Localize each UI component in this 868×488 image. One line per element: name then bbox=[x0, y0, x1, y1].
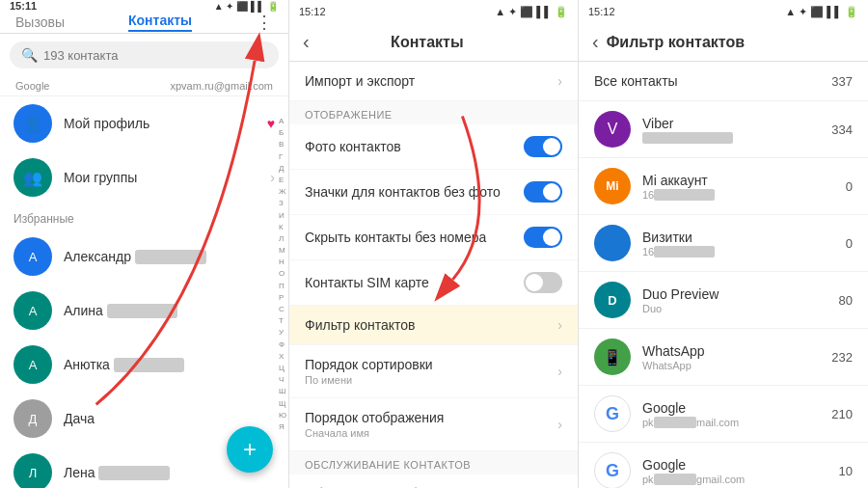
chevron-right-groups: › bbox=[270, 170, 275, 185]
duo-icon: D bbox=[594, 282, 631, 318]
google-sub-2: pk█k████gmail.com bbox=[642, 474, 745, 485]
my-profile-avatar: 👤 bbox=[14, 104, 52, 143]
panel2-title: Контакты bbox=[317, 34, 537, 51]
panel3-filter: 15:12 ▲ ✦ ⬛ ▌▌ 🔋 ‹ Фильтр контактов Все … bbox=[579, 0, 868, 488]
import-export-item[interactable]: Импорт и экспорт › bbox=[289, 62, 578, 101]
duo-sub: Duo bbox=[642, 303, 719, 314]
tab-calls[interactable]: Вызовы bbox=[15, 14, 65, 30]
filter-label: Фильтр контактов bbox=[305, 317, 416, 333]
contact-avatar-1: А bbox=[14, 237, 52, 276]
filter-whatsapp[interactable]: 📱 WhatsApp WhatsApp 232 bbox=[579, 329, 868, 386]
whatsapp-name: WhatsApp bbox=[642, 343, 705, 359]
account-row: Google xpvam.ru@gmail.com bbox=[0, 76, 288, 96]
contact-anyutka[interactable]: А Анютка ████████ bbox=[0, 338, 288, 392]
search-input[interactable] bbox=[43, 48, 267, 63]
filter-cards[interactable]: 👤 Визитки 16████████ 0 bbox=[579, 215, 868, 272]
back-icon-3[interactable]: ‹ bbox=[592, 31, 599, 53]
contact-alina[interactable]: А Алина ████████ bbox=[0, 284, 288, 338]
cards-sub: 16████████ bbox=[642, 246, 715, 258]
contact-avatar-4: Д bbox=[14, 399, 52, 438]
settings-list: Импорт и экспорт › ОТОБРАЖЕНИЕ Фото конт… bbox=[289, 62, 578, 488]
account-email: xpvam.ru@gmail.com bbox=[170, 80, 273, 92]
display-label: Порядок отображения bbox=[305, 410, 444, 425]
status-bar-3: 15:12 ▲ ✦ ⬛ ▌▌ 🔋 bbox=[579, 0, 868, 23]
status-bar-2: 15:12 ▲ ✦ ⬛ ▌▌ 🔋 bbox=[289, 0, 578, 23]
hide-label: Скрыть контакты без номера bbox=[305, 230, 486, 245]
whatsapp-sub: WhatsApp bbox=[642, 360, 705, 371]
my-groups-item[interactable]: 👥 Мои группы › bbox=[0, 150, 288, 204]
whatsapp-count: 232 bbox=[831, 350, 853, 365]
sim-label: Контакты SIM карте bbox=[305, 275, 429, 290]
viber-count: 334 bbox=[831, 122, 853, 137]
filter-google-2[interactable]: G Google pk█k████gmail.com 10 bbox=[579, 443, 868, 488]
chevron-sort: › bbox=[557, 364, 562, 379]
sort-item[interactable]: Порядок сортировки По имени › bbox=[289, 345, 578, 398]
photo-label: Фото контактов bbox=[305, 139, 401, 154]
whatsapp-icon: 📱 bbox=[594, 339, 631, 375]
tab-contacts[interactable]: Контакты bbox=[128, 13, 192, 32]
icons-toggle[interactable] bbox=[524, 181, 562, 203]
google-count-1: 210 bbox=[831, 407, 853, 421]
status-icons-2: ▲ ✦ ⬛ ▌▌ 🔋 bbox=[495, 6, 568, 18]
chevron-import: › bbox=[557, 73, 562, 89]
filter-viber[interactable]: V Viber ████████████ 334 bbox=[579, 101, 868, 158]
contact-name-3: Анютка ████████ bbox=[64, 357, 275, 372]
contact-avatar-2: А bbox=[14, 291, 52, 330]
my-profile-item[interactable]: 👤 Мой профиль ♥ bbox=[0, 96, 288, 150]
mi-sub: 16████████ bbox=[642, 189, 715, 201]
mi-count: 0 bbox=[846, 179, 853, 194]
my-profile-label: Мой профиль bbox=[64, 116, 256, 131]
more-icon[interactable]: ⋮ bbox=[256, 12, 273, 33]
contact-avatar-5: Л bbox=[14, 453, 52, 488]
sim-toggle[interactable] bbox=[524, 272, 562, 293]
sort-sub: По имени bbox=[305, 374, 433, 386]
filter-mi[interactable]: Mi Mi аккаунт 16████████ 0 bbox=[579, 158, 868, 215]
icons-label: Значки для контактов без фото bbox=[305, 184, 501, 200]
photo-toggle[interactable] bbox=[524, 136, 562, 157]
google-sub-1: pk█k████mail.com bbox=[642, 417, 739, 428]
hide-toggle[interactable] bbox=[524, 227, 562, 248]
section-service: ОБСЛУЖИВАНИЕ КОНТАКТОВ bbox=[289, 451, 578, 474]
my-groups-avatar: 👥 bbox=[14, 158, 52, 197]
mi-icon: Mi bbox=[594, 168, 631, 204]
panel3-title: Фильтр контактов bbox=[607, 34, 854, 51]
chevron-display: › bbox=[557, 417, 562, 432]
status-bar-1: 15:11 ▲ ✦ ⬛ ▌▌ 🔋 bbox=[0, 0, 288, 12]
cards-icon: 👤 bbox=[594, 225, 631, 261]
time-2: 15:12 bbox=[299, 6, 326, 17]
back-icon-2[interactable]: ‹ bbox=[303, 31, 310, 53]
display-sub: Сначала имя bbox=[305, 427, 444, 439]
display-item[interactable]: Порядок отображения Сначала имя › bbox=[289, 398, 578, 451]
viber-name: Viber bbox=[642, 116, 733, 131]
sim-contacts-item[interactable]: Контакты SIM карте bbox=[289, 260, 578, 306]
panel1-contacts: 15:11 ▲ ✦ ⬛ ▌▌ 🔋 Вызовы Контакты ⋮ 🔍 Goo… bbox=[0, 0, 289, 488]
contact-name-4: Дача bbox=[64, 411, 275, 426]
duo-count: 80 bbox=[839, 293, 853, 308]
tabs-row: Вызовы Контакты ⋮ bbox=[0, 12, 288, 34]
filter-google-1[interactable]: G Google pk█k████mail.com 210 bbox=[579, 386, 868, 443]
contact-aleksandr[interactable]: А Александр ████████ bbox=[0, 230, 288, 284]
search-bar[interactable]: 🔍 bbox=[10, 41, 279, 68]
panel3-header: ‹ Фильтр контактов bbox=[579, 23, 868, 62]
my-groups-label: Мои группы bbox=[64, 170, 258, 185]
photo-toggle-item[interactable]: Фото контактов bbox=[289, 124, 578, 170]
viber-sub: ████████████ bbox=[642, 132, 733, 144]
alphabet-bar[interactable]: А Б В Г Д Е Ж З И К Л М Н О П Р С Т У Ф … bbox=[279, 116, 286, 432]
mi-name: Mi аккаунт bbox=[642, 173, 715, 188]
hide-no-number-item[interactable]: Скрыть контакты без номера bbox=[289, 215, 578, 260]
time-3: 15:12 bbox=[588, 6, 615, 17]
time-1: 15:11 bbox=[10, 0, 37, 12]
cards-name: Визитки bbox=[642, 230, 715, 245]
filter-duo[interactable]: D Duo Preview Duo 80 bbox=[579, 272, 868, 329]
google-icon-1: G bbox=[594, 395, 631, 432]
panel2-header: ‹ Контакты bbox=[289, 23, 578, 62]
icons-toggle-item[interactable]: Значки для контактов без фото bbox=[289, 170, 578, 215]
fab-add[interactable]: + bbox=[227, 426, 273, 473]
google-name-1: Google bbox=[642, 400, 739, 416]
sort-label: Порядок сортировки bbox=[305, 357, 433, 372]
all-contacts-row[interactable]: Все контакты 337 bbox=[579, 62, 868, 101]
merge-item[interactable]: Объединение дубликатов › bbox=[289, 474, 578, 488]
account-google: Google bbox=[15, 80, 49, 92]
filter-contacts-item[interactable]: Фильтр контактов › bbox=[289, 306, 578, 345]
contact-name-2: Алина ████████ bbox=[64, 303, 275, 318]
